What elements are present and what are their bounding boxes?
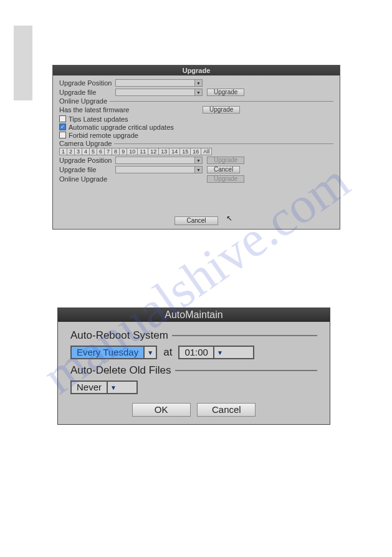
cam-file-select[interactable]: ▼ bbox=[115, 166, 203, 173]
footer-cancel-button[interactable]: Cancel bbox=[174, 216, 218, 225]
tips-checkbox[interactable] bbox=[59, 115, 66, 122]
cam-cancel-button[interactable]: Cancel bbox=[207, 166, 240, 173]
online-upgrade-section: Online Upgrade bbox=[59, 97, 333, 105]
camera-upgrade-section: Camera Upgrade bbox=[59, 140, 333, 147]
chevron-down-icon: ▼ bbox=[213, 347, 226, 358]
cam-position-select[interactable]: ▼ bbox=[115, 157, 203, 164]
upgrade-file-label: Upgrade file bbox=[59, 89, 115, 96]
cancel-button[interactable]: Cancel bbox=[197, 403, 256, 417]
upgrade-button[interactable]: Upgrade bbox=[207, 89, 244, 96]
delete-section: Auto-Delete Old Files bbox=[70, 364, 317, 377]
auto-upgrade-checkbox[interactable]: ✓ bbox=[59, 124, 66, 130]
cursor-icon: ↖ bbox=[226, 214, 232, 223]
automaintain-title: AutoMaintain bbox=[58, 308, 330, 322]
upgrade-position-select[interactable]: ▼ bbox=[115, 79, 203, 87]
camera-channel-16[interactable]: 16 bbox=[190, 148, 201, 155]
camera-channel-11[interactable]: 11 bbox=[137, 148, 148, 155]
auto-upgrade-label: Automatic upgrade critical updates bbox=[69, 124, 174, 131]
chevron-down-icon: ▼ bbox=[194, 89, 202, 95]
cam-online-label: Online Upgrade bbox=[59, 175, 115, 183]
cam-position-label: Upgrade Position bbox=[59, 157, 115, 164]
chevron-down-icon: ▼ bbox=[194, 157, 202, 163]
camera-channel-All[interactable]: All bbox=[201, 148, 212, 155]
reboot-day-select[interactable]: Every Tuesday ▼ bbox=[70, 346, 157, 359]
automaintain-dialog: AutoMaintain Auto-Reboot System Every Tu… bbox=[57, 308, 330, 425]
reboot-time-select[interactable]: 01:00 ▼ bbox=[178, 346, 254, 359]
camera-channel-15[interactable]: 15 bbox=[179, 148, 191, 155]
chevron-down-icon: ▼ bbox=[194, 167, 202, 173]
firmware-status: Has the latest firmware bbox=[59, 106, 203, 114]
upgrade-position-label: Upgrade Position bbox=[59, 79, 115, 87]
cam-online-upgrade-button: Upgrade bbox=[207, 175, 244, 183]
upgrade-body: Upgrade Position ▼ Upgrade file ▼ Upgrad… bbox=[53, 75, 340, 187]
cam-upgrade-button: Upgrade bbox=[207, 157, 244, 164]
camera-channel-12[interactable]: 12 bbox=[148, 148, 159, 155]
camera-channel-14[interactable]: 14 bbox=[169, 148, 180, 155]
chevron-down-icon: ▼ bbox=[143, 347, 156, 358]
chevron-down-icon: ▼ bbox=[194, 80, 202, 86]
upgrade-file-select[interactable]: ▼ bbox=[115, 89, 203, 96]
online-upgrade-button[interactable]: Upgrade bbox=[203, 106, 240, 114]
upgrade-dialog: Upgrade Upgrade Position ▼ Upgrade file … bbox=[52, 65, 340, 230]
camera-channel-13[interactable]: 13 bbox=[158, 148, 170, 155]
forbid-label: Forbid remote upgrade bbox=[69, 132, 138, 139]
tips-label: Tips Latest updates bbox=[69, 115, 128, 123]
cam-file-label: Upgrade file bbox=[59, 166, 115, 173]
upgrade-title: Upgrade bbox=[53, 65, 340, 75]
delete-select[interactable]: Never ▼ bbox=[70, 380, 138, 394]
side-tab bbox=[14, 26, 32, 100]
at-label: at bbox=[163, 346, 172, 359]
reboot-section: Auto-Reboot System bbox=[70, 329, 317, 342]
ok-button[interactable]: OK bbox=[132, 403, 191, 417]
forbid-checkbox[interactable] bbox=[59, 132, 66, 138]
chevron-down-icon: ▼ bbox=[107, 382, 119, 393]
automaintain-body: Auto-Reboot System Every Tuesday ▼ at 01… bbox=[58, 322, 330, 424]
camera-channel-row: 12345678910111213141516All bbox=[59, 148, 333, 155]
camera-channel-10[interactable]: 10 bbox=[127, 148, 138, 155]
